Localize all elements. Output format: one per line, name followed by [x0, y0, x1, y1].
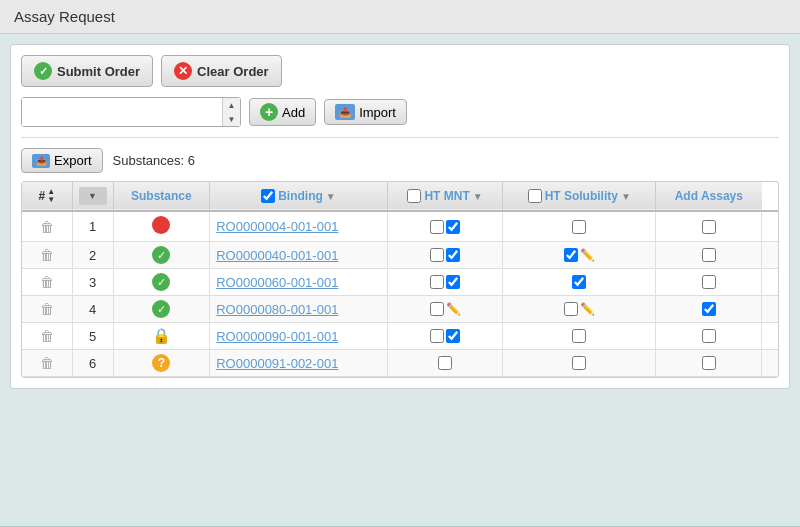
col-header-substance: Substance	[113, 182, 210, 211]
binding-col-checkbox[interactable]	[261, 189, 275, 203]
ht-mnt-row-checkbox[interactable]	[572, 356, 586, 370]
row-ht-solubility-cell	[656, 211, 762, 242]
binding-row-checkbox[interactable]	[438, 356, 452, 370]
spin-down-button[interactable]: ▼	[223, 112, 240, 126]
ht-mnt-row-checkbox[interactable]	[572, 275, 586, 289]
export-button[interactable]: 📤 Export	[21, 148, 103, 173]
binding-row-checkbox[interactable]	[430, 220, 444, 234]
page-title: Assay Request	[0, 0, 800, 34]
ht-mnt-row-checkbox[interactable]	[564, 248, 578, 262]
submit-order-button[interactable]: ✓ Submit Order	[21, 55, 153, 87]
row-substance-cell[interactable]: RO0000091-002-001	[210, 350, 387, 377]
binding-row-checkbox[interactable]	[430, 275, 444, 289]
row-add-assays-cell	[762, 350, 778, 377]
ht-mnt-col-checkbox[interactable]	[407, 189, 421, 203]
ht-solubility-row-checkbox[interactable]	[702, 302, 716, 316]
ht-solubility-row-checkbox[interactable]	[702, 220, 716, 234]
spin-up-button[interactable]: ▲	[223, 98, 240, 112]
binding-main-checkbox[interactable]	[446, 248, 460, 262]
row-binding-cell: ✏️	[387, 296, 503, 323]
row-status-cell: ✓	[113, 269, 210, 296]
ht-solubility-col-checkbox[interactable]	[528, 189, 542, 203]
row-substance-cell[interactable]: RO0000040-001-001	[210, 242, 387, 269]
row-add-assays-cell	[762, 211, 778, 242]
add-button[interactable]: + Add	[249, 98, 316, 126]
table-row: 🗑1RO0000004-001-001	[22, 211, 778, 242]
table-row: 🗑3✓RO0000060-001-001	[22, 269, 778, 296]
row-status-cell: 🔒	[113, 323, 210, 350]
ht-mnt-row-checkbox[interactable]	[572, 220, 586, 234]
ht-solubility-row-checkbox[interactable]	[702, 329, 716, 343]
ht-mnt-edit-icon[interactable]: ✏️	[580, 248, 595, 262]
search-row: ▲ ▼ + Add 📥 Import	[21, 97, 779, 138]
row-binding-cell	[387, 211, 503, 242]
col-header-hash: # ▲▼	[22, 182, 72, 211]
row-substance-cell[interactable]: RO0000060-001-001	[210, 269, 387, 296]
row-num-cell: 4	[72, 296, 113, 323]
ht-solubility-row-checkbox[interactable]	[702, 275, 716, 289]
search-input[interactable]	[22, 98, 222, 126]
export-row: 📤 Export Substances: 6	[21, 148, 779, 173]
ht-solubility-row-checkbox[interactable]	[702, 248, 716, 262]
row-substance-cell[interactable]: RO0000080-001-001	[210, 296, 387, 323]
trash-icon[interactable]: 🗑	[40, 219, 54, 235]
binding-row-checkbox[interactable]	[430, 248, 444, 262]
table-row: 🗑4✓RO0000080-001-001✏️✏️	[22, 296, 778, 323]
table-row: 🗑5🔒RO0000090-001-001	[22, 323, 778, 350]
row-ht-solubility-cell	[656, 242, 762, 269]
trash-icon[interactable]: 🗑	[40, 355, 54, 371]
row-num-cell: 3	[72, 269, 113, 296]
ht-solubility-row-checkbox[interactable]	[702, 356, 716, 370]
row-trash-cell: 🗑	[22, 211, 72, 242]
row-ht-mnt-cell	[503, 323, 656, 350]
clear-x-icon: ✕	[174, 62, 192, 80]
ht-mnt-col-filter-icon[interactable]: ▼	[473, 191, 483, 202]
row-substance-cell[interactable]: RO0000004-001-001	[210, 211, 387, 242]
table-row: 🗑2✓RO0000040-001-001✏️	[22, 242, 778, 269]
status-question-icon: ?	[152, 354, 170, 372]
import-button[interactable]: 📥 Import	[324, 99, 407, 125]
data-table: # ▲▼ ▼ Substance	[21, 181, 779, 378]
row-num-cell: 2	[72, 242, 113, 269]
row-add-assays-cell	[762, 323, 778, 350]
ht-mnt-row-checkbox[interactable]	[572, 329, 586, 343]
ht-mnt-edit-icon[interactable]: ✏️	[580, 302, 595, 316]
row-add-assays-cell	[762, 296, 778, 323]
row-add-assays-cell	[762, 242, 778, 269]
row-status-cell: ?	[113, 350, 210, 377]
row-ht-mnt-cell	[503, 211, 656, 242]
status-ok-icon: ✓	[152, 273, 170, 291]
binding-row-checkbox[interactable]	[430, 329, 444, 343]
binding-col-filter-icon[interactable]: ▼	[326, 191, 336, 202]
binding-main-checkbox[interactable]	[446, 220, 460, 234]
status-ok-icon: ✓	[152, 246, 170, 264]
trash-icon[interactable]: 🗑	[40, 328, 54, 344]
row-trash-cell: 🗑	[22, 350, 72, 377]
binding-main-checkbox[interactable]	[446, 275, 460, 289]
status-lock-icon: 🔒	[152, 327, 171, 344]
row-ht-mnt-cell	[503, 269, 656, 296]
add-circle-icon: +	[260, 103, 278, 121]
filter-dropdown[interactable]: ▼	[79, 187, 107, 205]
ht-mnt-row-checkbox[interactable]	[564, 302, 578, 316]
import-icon: 📥	[335, 104, 355, 120]
row-add-assays-cell	[762, 269, 778, 296]
col-header-filter: ▼	[72, 182, 113, 211]
clear-order-button[interactable]: ✕ Clear Order	[161, 55, 282, 87]
binding-edit-icon[interactable]: ✏️	[446, 302, 461, 316]
toolbar-row: ✓ Submit Order ✕ Clear Order	[21, 55, 779, 87]
row-status-cell: ✓	[113, 296, 210, 323]
row-substance-cell[interactable]: RO0000090-001-001	[210, 323, 387, 350]
binding-main-checkbox[interactable]	[446, 329, 460, 343]
row-binding-cell	[387, 350, 503, 377]
trash-icon[interactable]: 🗑	[40, 247, 54, 263]
col-header-binding: Binding ▼	[210, 182, 387, 211]
row-ht-solubility-cell	[656, 323, 762, 350]
row-status-cell	[113, 211, 210, 242]
row-binding-cell	[387, 242, 503, 269]
ht-solubility-col-filter-icon[interactable]: ▼	[621, 191, 631, 202]
trash-icon[interactable]: 🗑	[40, 301, 54, 317]
trash-icon[interactable]: 🗑	[40, 274, 54, 290]
col-header-ht-solubility: HT Solubility ▼	[503, 182, 656, 211]
binding-row-checkbox[interactable]	[430, 302, 444, 316]
